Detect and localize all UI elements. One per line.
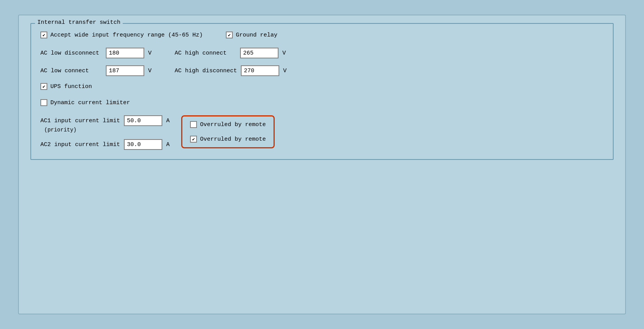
overruled-box: Overruled by remote Overruled by remote (181, 115, 275, 148)
ups-function-checkbox[interactable] (40, 83, 47, 90)
ac-low-disconnect-group: AC low disconnect V (40, 48, 152, 58)
wide-freq-checkbox[interactable] (40, 32, 47, 38)
ac-high-connect-label: AC high connect (175, 50, 236, 56)
dynamic-limiter-checkbox[interactable] (40, 99, 47, 106)
ac2-overruled-label: Overruled by remote (200, 136, 266, 143)
ac-low-connect-input[interactable] (106, 65, 144, 76)
ac-fields-row-2: AC low connect V AC high disconnect V (40, 65, 604, 76)
ac-low-connect-unit: V (148, 68, 152, 74)
ups-function-label: UPS function (50, 83, 92, 90)
top-checkboxes-row: Accept wide input frequency range (45-65… (40, 32, 604, 38)
ac1-current-input[interactable] (124, 115, 162, 126)
dynamic-limiter-row: Dynamic current limiter (40, 99, 604, 106)
ac1-overruled-label: Overruled by remote (200, 121, 266, 128)
ac2-current-row: AC2 input current limit A (40, 139, 170, 150)
ac-high-connect-input[interactable] (240, 48, 279, 58)
dynamic-limiter-checkbox-wrapper[interactable]: Dynamic current limiter (40, 99, 130, 106)
ac-low-disconnect-input[interactable] (106, 48, 144, 58)
ac1-current-sublabel: (priority) (44, 127, 170, 133)
ac2-overruled-checkbox[interactable] (190, 136, 197, 143)
ac1-current-unit: A (166, 118, 170, 124)
ac1-current-row: AC1 input current limit A (40, 115, 170, 126)
ac-low-connect-label: AC low connect (40, 68, 102, 74)
ground-relay-checkbox-wrapper[interactable]: Ground relay (226, 32, 277, 38)
internal-transfer-switch-section: Internal transfer switch Accept wide inp… (30, 23, 614, 160)
ac-high-disconnect-unit: V (283, 68, 287, 74)
ups-function-checkbox-wrapper[interactable]: UPS function (40, 83, 92, 90)
ac-high-disconnect-label: AC high disconnect (175, 68, 237, 74)
ac-low-disconnect-unit: V (148, 50, 152, 56)
ac2-current-input[interactable] (124, 139, 162, 150)
ac-low-disconnect-label: AC low disconnect (40, 50, 102, 56)
ac-high-disconnect-group: AC high disconnect V (175, 65, 287, 76)
ups-function-row: UPS function (40, 83, 604, 90)
ground-relay-checkbox[interactable] (226, 32, 233, 38)
ac-low-connect-group: AC low connect V (40, 65, 152, 76)
ground-relay-label: Ground relay (236, 32, 277, 38)
ac2-overruled-wrapper[interactable]: Overruled by remote (190, 136, 266, 143)
ac-high-connect-group: AC high connect V (175, 48, 286, 58)
ac-high-connect-unit: V (282, 50, 286, 56)
wide-freq-checkbox-wrapper[interactable]: Accept wide input frequency range (45-65… (40, 32, 203, 38)
ac2-current-unit: A (166, 141, 170, 148)
ac-high-disconnect-input[interactable] (241, 65, 279, 76)
wide-freq-label: Accept wide input frequency range (45-65… (50, 32, 203, 38)
bottom-section: AC1 input current limit A (priority) AC2… (40, 115, 604, 150)
section-title: Internal transfer switch (35, 19, 123, 26)
ac1-overruled-checkbox[interactable] (190, 121, 197, 128)
ac1-overruled-wrapper[interactable]: Overruled by remote (190, 121, 266, 128)
dynamic-limiter-label: Dynamic current limiter (50, 100, 130, 106)
ac-fields-row-1: AC low disconnect V AC high connect V (40, 48, 604, 58)
ac1-current-label: AC1 input current limit (40, 118, 120, 124)
ac2-current-label: AC2 input current limit (40, 141, 120, 148)
main-panel: Internal transfer switch Accept wide inp… (18, 15, 626, 314)
current-limits-section: AC1 input current limit A (priority) AC2… (40, 115, 170, 150)
